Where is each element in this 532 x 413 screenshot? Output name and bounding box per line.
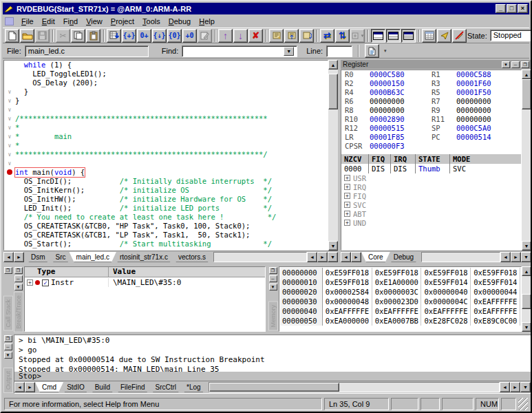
expand-icon[interactable]: +	[27, 279, 33, 286]
tab-output[interactable]: Output	[3, 368, 13, 393]
memory-row[interactable]: 000000200x000025840x0000003C0x000000400x…	[280, 287, 520, 297]
code-gutter[interactable]: ∨	[4, 150, 15, 159]
register-tab-debug[interactable]: Debug	[387, 252, 421, 262]
tab-call-stack[interactable]: Call Stack	[3, 296, 13, 331]
source-tab-main-led-c[interactable]: main_led.c	[70, 252, 116, 262]
tab-scroll-right-icon[interactable]: ►	[14, 252, 24, 262]
save-file-button[interactable]	[35, 29, 50, 43]
source-tab-src[interactable]: Src	[49, 252, 73, 262]
source-tab-dsm[interactable]: Dsm	[24, 252, 52, 262]
maximize-button[interactable]: □	[507, 4, 517, 13]
find-input[interactable]	[185, 47, 284, 56]
step-into-button[interactable]: {+}	[122, 29, 136, 43]
tab-scroll-left-icon[interactable]: ◄	[3, 252, 14, 262]
expand-icon[interactable]: +	[344, 220, 350, 226]
register-row[interactable]: R00000C580R10000C588	[341, 70, 521, 79]
download-to-target-button[interactable]	[437, 29, 451, 43]
editor-vertical-scrollbar[interactable]: ▲ ▼	[328, 60, 338, 251]
mode-row-svc[interactable]: +SVC	[341, 200, 521, 209]
close-button[interactable]: ×	[518, 4, 528, 13]
memory-row[interactable]: 000000300x000000480x000023D00x0000004C0x…	[280, 297, 520, 306]
step-out-button[interactable]: +0	[182, 29, 197, 43]
pane-dock-icon[interactable]: ❒	[269, 267, 277, 274]
show-registers-window-button[interactable]	[422, 29, 436, 43]
go-down-button[interactable]: ↓	[233, 29, 248, 43]
memory-row[interactable]: 000000500xEA0000000xEA0007BB0xE28FC0280x…	[280, 316, 520, 326]
resize-grip[interactable]	[518, 398, 528, 410]
pane-hide-icon[interactable]: ─	[511, 61, 520, 68]
flags-values[interactable]: 0000DISDISThumbSVC	[341, 164, 521, 173]
menu-file[interactable]: File	[17, 17, 38, 26]
mode-row-abt[interactable]: +ABT	[341, 209, 521, 218]
output-tab-build[interactable]: Build	[88, 382, 117, 392]
tab-scroll-right-icon[interactable]: ►	[351, 252, 361, 262]
clear-edits-button[interactable]	[452, 29, 467, 43]
breakpoint-options-button[interactable]: ▾	[350, 29, 365, 43]
code-gutter[interactable]	[4, 61, 15, 70]
scroll-down-icon[interactable]: ▼	[522, 241, 531, 251]
code-gutter[interactable]	[4, 186, 15, 195]
pane-menu-icon[interactable]: ▼	[269, 284, 277, 290]
expand-icon[interactable]: +	[344, 175, 350, 181]
expand-icon[interactable]: +	[344, 184, 350, 190]
scroll-up-icon[interactable]: ▲	[328, 60, 338, 70]
source-tab-vectors-s[interactable]: vectors.s	[171, 252, 213, 262]
find-dropdown-icon[interactable]: ▼	[284, 47, 294, 56]
minimize-button[interactable]: _	[496, 4, 506, 13]
breakpoint-icon[interactable]	[4, 168, 15, 177]
tab-memory[interactable]: Memory	[268, 301, 278, 331]
go-execute-button[interactable]: ↑	[218, 29, 233, 43]
register-list[interactable]: R00000C580R10000C588R200000150R300001F60…	[341, 70, 522, 251]
column-type[interactable]: Type	[25, 267, 109, 277]
mode-row-usr[interactable]: +USR	[341, 173, 521, 182]
source-tab-rtosinit-str71x-c[interactable]: rtosinit_str71x.c	[113, 252, 175, 262]
new-file-button[interactable]	[5, 29, 19, 43]
step-over-button[interactable]: 0+	[137, 29, 151, 43]
tab-scroll-left-icon[interactable]: ◄	[341, 252, 351, 262]
source-view-dropdown-icon[interactable]: ▾	[384, 48, 387, 54]
code-gutter[interactable]: ∨	[4, 123, 15, 132]
memory-row[interactable]: 000000400xEAFFFFFE0xEAFFFFFE0xEAFFFFFE0x…	[280, 306, 520, 316]
code-gutter[interactable]: ∨	[4, 105, 15, 114]
code-gutter[interactable]	[4, 195, 15, 204]
step-into-instruction-button[interactable]: {↓}	[152, 29, 167, 43]
scroll-left-icon[interactable]: ◄	[500, 252, 511, 262]
menu-view[interactable]: View	[82, 17, 107, 26]
register-row[interactable]: R1000002890R1100000000	[341, 115, 521, 124]
pane-menu-icon[interactable]: ▼	[502, 61, 510, 68]
pane-hide-icon[interactable]: ─	[14, 275, 23, 282]
show-disassembly-button[interactable]	[107, 29, 121, 43]
load-image-button[interactable]	[284, 29, 299, 43]
register-row[interactable]: R40000B63CR500001F50	[341, 88, 521, 97]
mode-row-fiq[interactable]: +FIQ	[341, 191, 521, 200]
breakpoint-row[interactable]: +✓ Instr\MAIN_LED\#35:0	[25, 277, 265, 288]
expand-icon[interactable]: +	[344, 193, 350, 199]
tab-break-trace[interactable]: Break/Trace	[14, 292, 23, 332]
code-gutter[interactable]	[4, 204, 15, 213]
include-file-button[interactable]	[269, 29, 284, 43]
menu-edit[interactable]: Edit	[38, 17, 59, 26]
tab-scroll-right-icon[interactable]: ►	[25, 382, 35, 392]
code-gutter[interactable]	[4, 240, 15, 248]
breakpoint-checkbox[interactable]: ✓	[42, 279, 49, 286]
register-vertical-scrollbar[interactable]: ▲ ▼	[522, 70, 531, 251]
scroll-left-icon[interactable]: ◄	[307, 252, 317, 262]
code-gutter[interactable]	[4, 231, 15, 240]
scroll-left-icon[interactable]: ◄	[500, 382, 510, 392]
code-gutter[interactable]	[4, 213, 15, 222]
menu-debug[interactable]: Debug	[164, 17, 195, 26]
console-prompt[interactable]: Stop>	[14, 372, 531, 381]
update-window-button[interactable]: ⇅	[335, 29, 350, 43]
horizontal-scrollbar[interactable]	[209, 382, 500, 392]
register-row[interactable]: LR00001F85PC00000514	[341, 133, 521, 142]
open-file-button[interactable]	[20, 29, 34, 43]
scroll-right-icon[interactable]: ►	[511, 252, 521, 262]
pane-dock-icon[interactable]: ❒	[4, 335, 12, 342]
pane-hide-icon[interactable]: ─	[269, 275, 277, 282]
menu-help[interactable]: Help	[195, 17, 219, 26]
stop-execution-button[interactable]: ✘	[248, 29, 263, 43]
layout-split-button[interactable]	[386, 29, 401, 43]
mode-row-und[interactable]: +UND	[341, 218, 521, 227]
pane-hide-icon[interactable]: ─	[4, 343, 12, 350]
scroll-down-icon[interactable]: ▼	[522, 322, 531, 332]
